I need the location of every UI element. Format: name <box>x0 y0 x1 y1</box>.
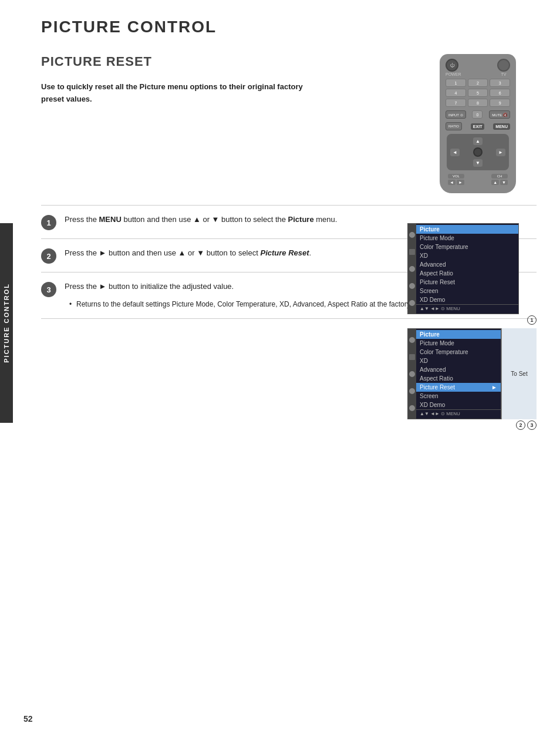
sidebar2-icon-4 <box>409 388 415 394</box>
menu1: Picture Picture Mode Color Temperature X… <box>407 223 519 314</box>
annotation-1: 1 <box>527 315 537 325</box>
menu2-item-4: Advanced <box>416 365 501 374</box>
menu2-item-3: XD <box>416 356 501 365</box>
ratio-btn: RATIO <box>446 122 462 130</box>
menu2-item-7: Screen <box>416 392 501 401</box>
annotation-2: 2 <box>516 420 525 430</box>
page-number: 52 <box>23 714 33 724</box>
menu2-content: Picture Picture Mode Color Temperature X… <box>416 329 501 419</box>
menu1-item-7: Screen <box>416 287 518 295</box>
sidebar2-icon-5 <box>409 405 415 411</box>
ch-controls: CH ▲ ▼ <box>491 174 508 185</box>
menu1-item-5: Aspect Ratio <box>416 269 518 278</box>
power-label: POWER <box>446 72 461 76</box>
ch-down: ▲ <box>491 180 499 185</box>
sidebar-icon-3 <box>409 266 415 272</box>
menu2: Picture Picture Mode Color Temperature X… <box>407 328 537 419</box>
menu1-item-8: XD Demo <box>416 295 518 304</box>
sidebar-icon-1 <box>409 232 415 238</box>
remote-control: ⏻ POWER TV 1 2 3 4 5 6 7 <box>440 54 516 193</box>
menu1-sidebar <box>408 224 416 314</box>
btn-2: 2 <box>468 79 488 87</box>
menu1-annotation: 1 <box>407 315 537 325</box>
nav-right: ► <box>496 149 505 156</box>
remote-area: ⏻ POWER TV 1 2 3 4 5 6 7 <box>419 54 537 193</box>
menu1-item-4: Advanced <box>416 260 518 269</box>
menu1-item-3: XD <box>416 251 518 260</box>
btn-9: 9 <box>490 99 510 107</box>
vol-up: ► <box>457 180 464 185</box>
btn-0: 0 <box>472 110 483 119</box>
menu2-container: Picture Picture Mode Color Temperature X… <box>407 328 537 430</box>
ch-up: ▼ <box>500 180 508 185</box>
menu1-item-2: Color Temperature <box>416 243 518 251</box>
btn-6: 6 <box>490 89 510 97</box>
nav-area: ▲ ◄ ► ▼ <box>447 134 509 170</box>
right-menus: Picture Picture Mode Color Temperature X… <box>407 223 537 430</box>
nav-down: ▼ <box>473 159 483 167</box>
vol-down: ◄ <box>448 180 456 185</box>
annotation-3: 3 <box>527 420 537 430</box>
nav-left: ◄ <box>450 149 460 156</box>
vol-ch-area: VOL ◄ ► CH ▲ ▼ <box>443 173 512 186</box>
side-tab-label: PICTURE CONTROL <box>3 283 10 363</box>
input-btn: INPUT ⊙ <box>446 110 466 119</box>
step-2-number: 2 <box>41 248 56 264</box>
tv-label: TV <box>497 72 510 76</box>
menu1-header: Picture <box>416 225 518 234</box>
vol-controls: VOL ◄ ► <box>448 174 464 185</box>
sidebar2-icon-3 <box>409 371 415 377</box>
step-1-number: 1 <box>41 215 56 230</box>
menu1-item-1: Picture Mode <box>416 234 518 243</box>
btn-5: 5 <box>468 89 488 97</box>
menu2-item-8: XD Demo <box>416 401 501 409</box>
top-section: PICTURE RESET Use to quickly reset all t… <box>41 54 537 193</box>
sidebar2-icon-1 <box>409 337 415 343</box>
intro-text: Use to quickly reset all the Picture men… <box>41 81 323 106</box>
nav-up: ▲ <box>473 137 483 145</box>
exit-btn: EXIT <box>471 123 485 130</box>
number-grid: 1 2 3 4 5 6 7 8 9 <box>446 79 510 107</box>
menu1-footer: ▲▼ ◄► ⊙ MENU <box>416 304 518 312</box>
tv-button <box>497 59 510 72</box>
mute-btn: MUTE 🔇 <box>489 110 510 119</box>
menu2-item-1: Picture Mode <box>416 339 501 348</box>
btn-3: 3 <box>490 79 510 87</box>
power-button: ⏻ <box>446 59 458 72</box>
sidebar-icon-4 <box>409 283 415 289</box>
vol-btn: VOL <box>448 174 464 179</box>
menu2-panel: To Set <box>501 328 537 419</box>
side-tab: PICTURE CONTROL <box>0 223 13 423</box>
ch-btn: CH <box>491 174 508 179</box>
sidebar-icon-2 <box>409 249 415 255</box>
sidebar2-icon-2 <box>409 354 415 360</box>
section-title: PICTURE RESET <box>41 54 419 69</box>
menu1-item-6: Picture Reset <box>416 278 518 287</box>
btn-8: 8 <box>468 99 488 107</box>
nav-middle-row: ◄ ► <box>450 147 505 157</box>
btn-4: 4 <box>446 89 466 97</box>
menu2-footer: ▲▼ ◄► ⊙ MENU <box>416 409 501 418</box>
page-title: PICTURE CONTROL <box>41 18 537 36</box>
top-left: PICTURE RESET Use to quickly reset all t… <box>41 54 419 123</box>
enter-btn <box>473 147 483 157</box>
to-set-label: To Set <box>511 371 527 377</box>
remote-top-buttons: ⏻ POWER TV <box>443 59 512 76</box>
menu1-container: Picture Picture Mode Color Temperature X… <box>407 223 537 325</box>
menu2-sidebar <box>408 329 416 419</box>
menu1-content: Picture Picture Mode Color Temperature X… <box>416 224 518 314</box>
menu2-main: Picture Picture Mode Color Temperature X… <box>407 328 501 419</box>
menu2-item-2: Color Temperature <box>416 348 501 356</box>
sidebar-icon-5 <box>409 300 415 306</box>
middle-row: INPUT ⊙ 0 MUTE 🔇 <box>443 109 512 120</box>
menu2-annotation: 2 3 <box>407 420 537 430</box>
menu2-header: Picture <box>416 330 501 339</box>
menu-btn: MENU <box>493 123 510 130</box>
menu2-item-selected: Picture Reset ► <box>416 383 501 392</box>
exit-menu-row: RATIO EXIT MENU <box>443 121 512 132</box>
btn-1: 1 <box>446 79 466 87</box>
menu2-item-5: Aspect Ratio <box>416 374 501 383</box>
step-3-number: 3 <box>41 282 56 297</box>
btn-7: 7 <box>446 99 466 107</box>
